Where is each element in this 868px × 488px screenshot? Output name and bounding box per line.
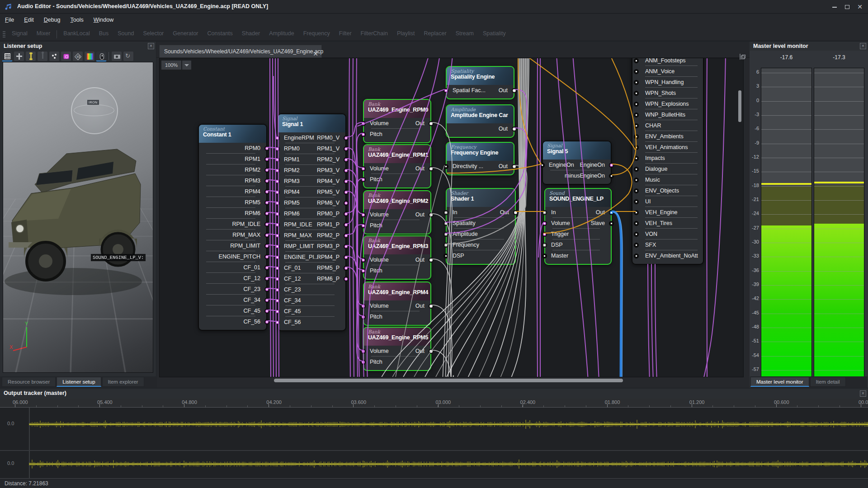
toolbar-item-frequency[interactable]: Frequency — [299, 28, 335, 39]
input-port-anm_voice[interactable] — [634, 69, 639, 74]
output-port-out[interactable] — [513, 210, 518, 215]
input-port-volume[interactable] — [361, 166, 366, 171]
input-port-von[interactable] — [634, 232, 639, 237]
input-port-env_objects[interactable] — [634, 188, 639, 193]
timeline-ruler[interactable]: 06.00005.40004.80004.20003.60003.00002.4… — [0, 399, 868, 408]
input-port-char[interactable] — [634, 123, 639, 128]
output-port-rpm_max[interactable] — [264, 233, 269, 238]
node-graph-canvas[interactable]: 100% ConstantConstant 1RPM0RPM1RPM2RPM3R… — [159, 58, 744, 377]
output-port-rpm2[interactable] — [264, 168, 269, 173]
node-amp[interactable]: AmplitudeAmplitude Engine CarOut — [446, 104, 514, 138]
output-port-out[interactable] — [429, 349, 434, 354]
toolbar-item-signal[interactable]: Signal — [7, 28, 32, 39]
output-port-cf_45[interactable] — [264, 309, 269, 314]
output-port-rpm3_p[interactable] — [344, 244, 349, 249]
toolbar-item-filter[interactable]: Filter — [335, 28, 356, 39]
output-port-out[interactable] — [512, 127, 517, 131]
toolbar-item-sound[interactable]: Sound — [113, 28, 138, 39]
toolbar-item-generator[interactable]: Generator — [168, 28, 203, 39]
output-port-rpm1_p[interactable] — [344, 222, 349, 227]
output-port-out[interactable] — [429, 258, 434, 263]
input-port-env_ambients[interactable] — [634, 134, 639, 139]
input-port-volume[interactable] — [361, 349, 366, 354]
mouse-icon[interactable] — [96, 51, 107, 61]
horizontal-scrollbar[interactable] — [159, 378, 744, 383]
node-bank1[interactable]: BankUAZ469_Engine_RPM1VolumeOutPitch — [363, 144, 431, 188]
zoom-level[interactable]: 100% — [161, 61, 181, 70]
toolbar-item-stream[interactable]: Stream — [451, 28, 478, 39]
gradient-icon[interactable] — [84, 51, 95, 61]
output-port-rpm3_v[interactable] — [344, 168, 349, 173]
output-port-engineon[interactable] — [609, 163, 614, 168]
output-port-cf_23[interactable] — [264, 287, 269, 292]
input-port-rpm1[interactable] — [275, 157, 280, 162]
node-constant1[interactable]: ConstantConstant 1RPM0RPM1RPM2RPM3RPM4RP… — [198, 124, 267, 331]
toolbar-item-shader[interactable]: Shader — [237, 28, 264, 39]
input-port-wpn_explosions[interactable] — [634, 102, 639, 107]
input-port-volume[interactable] — [361, 304, 366, 309]
output-port-out[interactable] — [429, 304, 434, 309]
input-port-spatial fac...[interactable] — [443, 88, 448, 93]
input-port-veh_engine[interactable] — [634, 210, 639, 215]
menu-window[interactable]: Window — [89, 14, 118, 26]
output-port-rpm1[interactable] — [264, 157, 269, 162]
output-port-out[interactable] — [512, 164, 517, 169]
input-port-rpm5[interactable] — [275, 201, 280, 206]
menu-file[interactable]: File — [0, 14, 19, 26]
input-port-cf_56[interactable] — [275, 320, 280, 325]
input-port-pitch[interactable] — [361, 132, 366, 137]
output-port-cf_56[interactable] — [264, 319, 269, 324]
output-port-rpm0[interactable] — [264, 146, 269, 151]
output-port-rpm2_v[interactable] — [344, 157, 349, 162]
node-buslist[interactable]: ANM_FootstepsANM_VoiceWPN_HandlingWPN_Sh… — [632, 58, 704, 265]
toolbar-item-banklocal[interactable]: BankLocal — [59, 28, 94, 39]
turntable-icon[interactable]: ↻ — [123, 51, 134, 61]
input-port-wpn_shots[interactable] — [634, 91, 639, 96]
output-port-rpm6[interactable] — [264, 211, 269, 216]
input-port-pitch[interactable] — [361, 177, 366, 182]
output-port-rpm1_v[interactable] — [344, 146, 349, 151]
input-port-rpm0[interactable] — [275, 146, 280, 151]
input-port-dialogue[interactable] — [634, 167, 639, 172]
toolbar-grip-icon[interactable] — [3, 31, 5, 38]
input-port-master[interactable] — [542, 253, 547, 258]
input-port-cf_23[interactable] — [275, 287, 280, 292]
node-bank5[interactable]: BankUAZ469_Engine_RPM5VolumeOutPitch — [363, 327, 431, 371]
minimize-button[interactable] — [829, 1, 840, 12]
input-port-trigger[interactable] — [542, 232, 547, 237]
input-port-volume[interactable] — [361, 121, 366, 126]
menu-debug[interactable]: Debug — [39, 14, 66, 26]
input-port-rpm3[interactable] — [275, 179, 280, 184]
input-port-dsp[interactable] — [443, 253, 448, 258]
input-port-directivity ...[interactable] — [443, 164, 448, 169]
input-port-volume[interactable] — [361, 258, 366, 263]
input-port-rpm2[interactable] — [275, 168, 280, 173]
input-port-volume[interactable] — [361, 212, 366, 217]
input-port-pitch[interactable] — [361, 360, 366, 365]
input-port-music[interactable] — [634, 178, 639, 183]
input-port-amplitude[interactable] — [443, 232, 448, 237]
popout-icon[interactable] — [740, 54, 741, 60]
output-port-engine_pitch[interactable] — [264, 254, 269, 259]
node-signal1[interactable]: SignalSignal 1EngineRPMRPM0_VRPM0RPM1_VR… — [277, 113, 346, 331]
input-port-ui[interactable] — [634, 199, 639, 204]
toolbar-item-amplitude[interactable]: Amplitude — [264, 28, 299, 39]
3d-viewport[interactable]: IRON SOUND_ENGINE_LP_V: Y X — [3, 62, 153, 373]
input-port-volume[interactable] — [542, 221, 547, 226]
output-port-rpm6_v[interactable] — [344, 201, 349, 206]
output-port-rpm4[interactable] — [264, 189, 269, 194]
input-port-cf_12[interactable] — [275, 277, 280, 282]
toolbar-item-selector[interactable]: Selector — [138, 28, 168, 39]
input-port-anm_footsteps[interactable] — [634, 58, 639, 63]
input-port-pitch[interactable] — [361, 314, 366, 319]
output-port-out[interactable] — [609, 210, 614, 215]
input-port-impacts[interactable] — [634, 156, 639, 161]
output-port-rpm2_p[interactable] — [344, 233, 349, 238]
input-port-pitch[interactable] — [361, 268, 366, 273]
output-port-rpm4_p[interactable] — [344, 255, 349, 260]
output-port-rpm3[interactable] — [264, 178, 269, 183]
input-port-enginerpm[interactable] — [275, 136, 280, 141]
input-port-rpm4[interactable] — [275, 190, 280, 195]
input-port-veh_animations[interactable] — [634, 145, 639, 150]
node-bank0[interactable]: BankUAZ469_Engine_RPM0VolumeOutPitch — [363, 99, 431, 143]
